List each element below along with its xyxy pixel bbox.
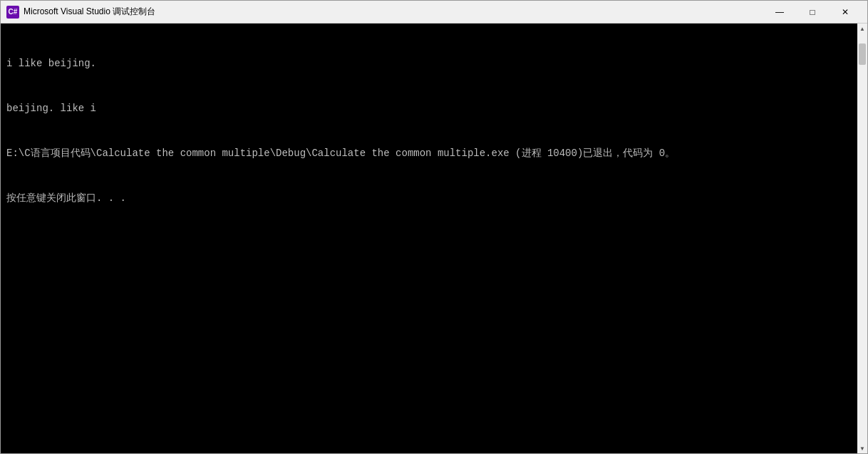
console-line-1: i like beijing. [6, 56, 862, 71]
minimize-button[interactable]: — [763, 1, 796, 24]
scroll-down-button[interactable]: ▼ [857, 443, 867, 453]
console-line-4: 按任意键关闭此窗口. . . [6, 191, 862, 206]
app-icon: C# [6, 6, 19, 19]
main-window: C# Microsoft Visual Studio 调试控制台 — □ ✕ i… [0, 0, 868, 454]
console-line-2: beijing. like i [6, 101, 862, 116]
scroll-up-button[interactable]: ▲ [857, 24, 867, 33]
close-button[interactable]: ✕ [829, 1, 862, 24]
scroll-thumb[interactable] [859, 43, 866, 65]
window-controls: — □ ✕ [763, 1, 862, 24]
console-output: i like beijing. beijing. like i E:\C语言项目… [6, 26, 862, 236]
window-title: Microsoft Visual Studio 调试控制台 [24, 6, 763, 18]
console-line-3: E:\C语言项目代码\Calculate the common multiple… [6, 146, 862, 161]
maximize-button[interactable]: □ [796, 1, 829, 24]
scrollbar[interactable]: ▲ ▼ [857, 24, 867, 453]
title-bar: C# Microsoft Visual Studio 调试控制台 — □ ✕ [1, 1, 867, 24]
console-area: i like beijing. beijing. like i E:\C语言项目… [1, 24, 867, 453]
